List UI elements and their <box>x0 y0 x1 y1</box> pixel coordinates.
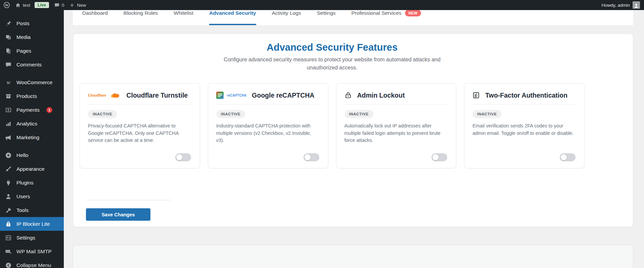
divider <box>216 104 320 105</box>
status-badge: INACTIVE <box>344 110 373 118</box>
sidebar-item-plugins[interactable]: Plugins <box>0 176 64 190</box>
new-label: New <box>77 3 86 8</box>
sidebar-item-hello[interactable]: Hello <box>0 148 64 162</box>
feature-title: Cloudflare Turnstile <box>126 92 188 99</box>
status-badge: INACTIVE <box>88 110 117 118</box>
user-icon <box>5 193 12 200</box>
feature-description: Email verification sends 2FA codes to yo… <box>472 122 574 137</box>
count-badge: 1 <box>46 107 52 113</box>
toggle-knob <box>176 154 182 160</box>
svg-text:W: W <box>5 3 9 7</box>
feature-toggle[interactable] <box>560 153 576 161</box>
page-subtitle: Configure advanced security measures to … <box>216 56 448 72</box>
home-icon <box>15 2 21 8</box>
feature-toggle[interactable] <box>431 153 447 161</box>
sidebar-item-ip-blocker-lite[interactable]: IP Blocker Lite <box>0 217 64 231</box>
site-menu[interactable]: test <box>15 2 30 8</box>
sidebar-item-media[interactable]: Media <box>0 30 64 44</box>
plus-icon <box>69 2 75 8</box>
sidebar-item-products[interactable]: Products <box>0 89 64 103</box>
toggle-knob <box>305 154 311 160</box>
sidebar-item-pages[interactable]: Pages <box>0 44 64 58</box>
status-badge: INACTIVE <box>216 110 245 118</box>
feature-toggle[interactable] <box>304 153 319 161</box>
svg-text:$: $ <box>7 108 9 112</box>
card-header: Two-Factor Authentication <box>472 90 576 100</box>
new-content-menu[interactable]: New <box>69 2 86 8</box>
sidebar-item-wp-mail-smtp[interactable]: WP Mail SMTP <box>0 245 64 258</box>
divider <box>344 104 448 105</box>
divider <box>472 104 576 105</box>
plus-circle-icon <box>5 152 12 159</box>
sidebar-item-marketing[interactable]: Marketing <box>0 130 64 144</box>
sidebar-item-collapse-menu[interactable]: Collapse Menu <box>0 258 64 268</box>
cloudflare-cloud-icon <box>109 92 121 99</box>
admin-content: Dashboard Blocking Rules Whitelist Advan… <box>64 0 644 268</box>
secondary-panel <box>73 245 633 268</box>
feature-title: Admin Lockout <box>357 92 405 99</box>
sidebar-item-comments[interactable]: Comments <box>0 58 64 71</box>
sidebar-item-woocommerce[interactable]: W WooCommerce <box>0 75 64 89</box>
woocommerce-icon: W <box>5 79 12 86</box>
comment-count: 0 <box>62 3 64 8</box>
card-admin-lockout: Admin Lockout INACTIVE Automatically loc… <box>336 83 457 168</box>
card-google-recaptcha: reCAPTCHA Google reCAPTCHA INACTIVE Indu… <box>208 83 328 168</box>
feature-cards: Cloudflare Cloudflare Turnstile INACTIVE… <box>80 83 585 168</box>
plugin-icon <box>5 179 12 186</box>
sidebar-item-users[interactable]: Users <box>0 190 64 203</box>
divider <box>88 104 192 105</box>
save-changes-button[interactable]: Save Changes <box>86 208 150 221</box>
checklist-icon <box>472 92 480 99</box>
new-badge: NEW <box>405 10 421 16</box>
card-header: Admin Lockout <box>344 90 448 100</box>
person-icon <box>633 3 639 9</box>
lock-outline-icon <box>344 92 352 99</box>
admin-bar-left: W test Live 0 New <box>0 2 86 8</box>
toggle-knob <box>432 154 439 160</box>
logo-wordmark: reCAPTCHA <box>227 94 246 97</box>
sidebar-item-posts[interactable]: Posts <box>0 16 64 30</box>
howdy-text[interactable]: Howdy, admin <box>601 3 630 8</box>
sidebar-item-payments[interactable]: $ Payments 1 <box>0 103 64 117</box>
lock-filled-icon <box>5 221 12 227</box>
toggle-knob <box>561 154 567 160</box>
divider <box>86 200 171 200</box>
pages-icon <box>5 48 12 54</box>
wordpress-logo-icon[interactable]: W <box>3 2 10 8</box>
feature-title: Two-Factor Authentication <box>485 92 567 99</box>
megaphone-icon <box>5 134 12 141</box>
collapse-arrow-icon <box>5 262 12 268</box>
sidebar-item-appearance[interactable]: Appearance <box>0 162 64 176</box>
panel-inner: Advanced Security Features Configure adv… <box>80 34 585 221</box>
card-two-factor-authentication: Two-Factor Authentication INACTIVE Email… <box>464 83 585 168</box>
feature-description: Automatically lock out IP addresses afte… <box>344 122 446 144</box>
recaptcha-icon <box>216 92 224 99</box>
media-icon <box>5 34 12 41</box>
brush-icon <box>5 166 12 172</box>
bar-chart-icon <box>5 120 12 127</box>
feature-description: Privacy-focused CAPTCHA alternative to G… <box>88 122 189 144</box>
settings-sliders-icon <box>5 234 12 241</box>
box-icon <box>5 93 12 100</box>
advanced-security-panel: Advanced Security Features Configure adv… <box>73 34 633 227</box>
feature-title: Google reCAPTCHA <box>252 92 314 99</box>
comment-bubble-icon <box>5 61 12 68</box>
feature-description: Industry-standard CAPTCHA protection wit… <box>216 122 318 144</box>
mail-arrow-icon <box>5 248 12 255</box>
comments-shortcut[interactable]: 0 <box>54 2 64 8</box>
admin-bar-right: Howdy, admin <box>601 1 644 9</box>
feature-toggle[interactable] <box>175 153 191 161</box>
comment-bubble-icon <box>54 2 60 8</box>
pin-icon <box>5 20 12 27</box>
card-header: Cloudflare Cloudflare Turnstile <box>88 90 192 100</box>
avatar[interactable] <box>633 1 640 9</box>
sidebar-item-tools[interactable]: Tools <box>0 203 64 217</box>
payments-icon: $ <box>5 107 12 113</box>
svg-text:W: W <box>6 80 11 85</box>
card-header: reCAPTCHA Google reCAPTCHA <box>216 90 320 100</box>
logo-wordmark: Cloudflare <box>88 93 106 97</box>
admin-sidebar: Posts Media Pages Comments W WooCommerce… <box>0 10 64 268</box>
site-name: test <box>23 3 30 8</box>
sidebar-item-settings[interactable]: Settings <box>0 231 64 245</box>
sidebar-item-analytics[interactable]: Analytics <box>0 117 64 130</box>
